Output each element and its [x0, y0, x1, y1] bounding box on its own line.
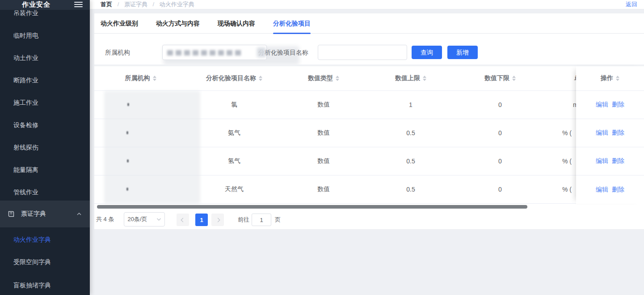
- cell-upper-limit: 1: [362, 101, 460, 108]
- cell-value-type: 数值: [286, 129, 362, 137]
- tab-analysis-items[interactable]: 分析化验项目: [273, 13, 311, 34]
- chevron-down-icon: [152, 218, 161, 221]
- cell-unit-clipped: % (: [562, 129, 572, 137]
- delete-link[interactable]: 删除: [612, 129, 624, 137]
- sort-icon: [616, 76, 619, 81]
- sidebar-item-confined-space-dictionary[interactable]: 受限空间字典: [13, 257, 51, 266]
- chevron-left-icon: [181, 218, 185, 222]
- sort-icon: [259, 76, 262, 81]
- tab-bar: 动火作业级别 动火方式与内容 现场确认内容 分析化验项目: [94, 13, 644, 34]
- redaction-smudge: [257, 47, 266, 57]
- goto-page-input[interactable]: [252, 214, 271, 226]
- next-page-button[interactable]: [211, 214, 224, 226]
- hamburger-icon[interactable]: [74, 2, 83, 8]
- chevron-up-icon: [76, 212, 82, 216]
- row-actions: 编辑 删除: [576, 119, 644, 147]
- sidebar-item-pipeline[interactable]: 管线作业: [13, 188, 38, 197]
- redaction-overlay-org-column: [104, 91, 200, 204]
- redaction-speck: [127, 159, 129, 162]
- breadcrumb-bar: 首页 / 票证字典 / 动火作业字典 返回: [90, 0, 644, 9]
- page-size-value: 20条/页: [127, 215, 147, 223]
- cell-lower-limit: 0: [460, 129, 540, 137]
- redacted-org-value: [167, 50, 243, 56]
- tab-hotwork-level[interactable]: 动火作业级别: [101, 13, 138, 34]
- chevron-right-icon: [215, 218, 220, 222]
- page-suffix-label: 页: [275, 216, 281, 224]
- edit-link[interactable]: 编辑: [596, 186, 608, 194]
- sidebar-item-construction[interactable]: 施工作业: [13, 98, 38, 107]
- breadcrumb-separator: /: [153, 1, 155, 8]
- sort-icon: [423, 76, 426, 81]
- table-header-row: 所属机构 分析化验项目名称 数值类型 数值上限 数值下限: [94, 66, 644, 91]
- cell-upper-limit: 0.5: [362, 158, 460, 165]
- pagination-total: 共 4 条: [96, 215, 114, 223]
- delete-link[interactable]: 删除: [612, 157, 624, 165]
- content-card: 动火作业级别 动火方式与内容 现场确认内容 分析化验项目 所属机构 分析化验项目…: [94, 13, 644, 230]
- edit-link[interactable]: 编辑: [596, 129, 608, 137]
- breadcrumb-ticket-dictionary[interactable]: 票证字典: [124, 1, 147, 8]
- sidebar-item-temporary-electricity[interactable]: 临时用电: [13, 31, 38, 40]
- org-filter-label: 所属机构: [105, 49, 130, 57]
- sort-icon: [336, 76, 339, 81]
- sort-icon: [153, 76, 156, 81]
- breadcrumb: 首页 / 票证字典 / 动火作业字典: [101, 0, 194, 9]
- cell-value-type: 数值: [286, 157, 362, 165]
- cell-unit-clipped: % (: [562, 158, 572, 165]
- sidebar-item-blind-plate-dictionary[interactable]: 盲板抽堵字典: [13, 281, 51, 290]
- operations-fixed-column: 操作 编辑 删除 编辑 删除 编辑 删除 编辑 删除: [576, 66, 644, 204]
- breadcrumb-separator: /: [118, 1, 119, 8]
- page-number-1[interactable]: 1: [195, 214, 208, 226]
- cell-upper-limit: 0.5: [362, 129, 460, 137]
- sidebar-item-label: 受限空间字典: [13, 258, 51, 265]
- column-header-item-name[interactable]: 分析化验项目名称: [183, 74, 286, 82]
- column-header-lower-limit[interactable]: 数值下限: [460, 74, 540, 82]
- goto-label: 前往: [238, 216, 249, 224]
- cell-unit-clipped: % (: [562, 186, 572, 193]
- breadcrumb-home[interactable]: 首页: [101, 1, 112, 8]
- horizontal-scrollbar-thumb[interactable]: [97, 205, 527, 209]
- row-actions: 编辑 删除: [576, 147, 644, 175]
- sidebar-item-equipment-maintenance[interactable]: 设备检修: [13, 120, 38, 129]
- org-filter-input[interactable]: [162, 45, 267, 60]
- cell-value-type: 数值: [286, 185, 362, 193]
- sidebar-section-label: 票证字典: [21, 210, 76, 218]
- column-header-upper-limit[interactable]: 数值上限: [362, 74, 460, 82]
- cell-lower-limit: 0: [460, 158, 540, 165]
- sidebar-item-energy-isolation[interactable]: 能量隔离: [13, 165, 38, 174]
- column-header-value-type[interactable]: 数值类型: [286, 74, 362, 82]
- sidebar-item-hotwork-dictionary[interactable]: 动火作业字典: [13, 235, 51, 244]
- cell-lower-limit: 0: [460, 186, 540, 193]
- name-filter-input[interactable]: [318, 45, 407, 60]
- edit-link[interactable]: 编辑: [596, 101, 608, 109]
- back-link[interactable]: 返回: [626, 0, 637, 9]
- delete-link[interactable]: 删除: [612, 101, 624, 109]
- app-title: 作业安全: [0, 0, 72, 9]
- sidebar-item-radiographic[interactable]: 射线探伤: [13, 143, 38, 152]
- column-header-operations[interactable]: 操作: [576, 66, 644, 91]
- sidebar-item-earthwork[interactable]: 动土作业: [13, 53, 38, 62]
- row-actions: 编辑 删除: [576, 91, 644, 119]
- cell-lower-limit: 0: [460, 101, 540, 108]
- column-header-org[interactable]: 所属机构: [98, 74, 183, 82]
- cell-value-type: 数值: [286, 101, 362, 109]
- edit-link[interactable]: 编辑: [596, 157, 608, 165]
- pagination-bar: 共 4 条 20条/页 1 前往 页: [94, 209, 644, 230]
- delete-link[interactable]: 删除: [612, 186, 624, 194]
- sort-icon: [512, 76, 516, 81]
- sidebar: 吊装作业 临时用电 动土作业 断路作业 施工作业 设备检修 射线探伤 能量隔离 …: [0, 0, 90, 295]
- page-size-select[interactable]: 20条/页: [124, 212, 165, 227]
- search-button[interactable]: 查询: [412, 46, 442, 59]
- tab-site-confirmation[interactable]: 现场确认内容: [218, 13, 255, 34]
- sidebar-section-ticket-dictionary[interactable]: 票证字典: [0, 201, 90, 227]
- book-icon: [8, 211, 15, 217]
- sidebar-item-road-breaking[interactable]: 断路作业: [13, 76, 38, 85]
- previous-page-button[interactable]: [177, 214, 189, 226]
- cell-upper-limit: 0.5: [362, 186, 460, 193]
- main-area: 首页 / 票证字典 / 动火作业字典 返回 动火作业级别 动火方式与内容 现场确…: [90, 0, 644, 295]
- redaction-speck: [126, 131, 128, 134]
- tab-hotwork-method[interactable]: 动火方式与内容: [156, 13, 200, 34]
- sidebar-item-lifting[interactable]: 吊装作业: [13, 9, 38, 17]
- breadcrumb-current: 动火作业字典: [160, 1, 194, 8]
- redaction-speck: [126, 188, 128, 191]
- add-button[interactable]: 新增: [447, 46, 478, 59]
